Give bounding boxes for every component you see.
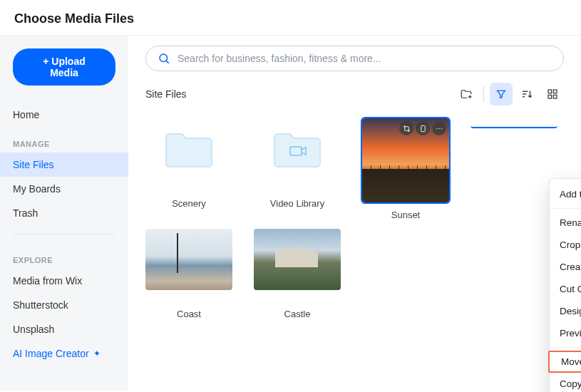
svg-point-0 [160, 54, 168, 62]
menu-separator [550, 347, 581, 348]
add-folder-icon[interactable] [455, 83, 478, 105]
image-placeholder[interactable] [471, 118, 557, 220]
more-icon[interactable]: ⋯ [432, 121, 446, 135]
menu-separator [550, 208, 581, 209]
sidebar: + Upload Media Home MANAGE Site Files My… [0, 36, 128, 391]
menu-copy[interactable]: Copy Ctrl+C [550, 373, 581, 392]
search-input[interactable] [178, 53, 552, 64]
svg-rect-12 [421, 125, 425, 131]
menu-rename[interactable]: Rename [550, 212, 581, 234]
menu-cut-out-background[interactable]: Cut Out Background [550, 278, 581, 300]
crop-icon[interactable] [399, 121, 413, 135]
item-label: Scenery [145, 198, 232, 209]
filter-icon[interactable] [490, 83, 513, 105]
image-coast[interactable]: Coast [145, 229, 232, 319]
sidebar-item-media-from-wix[interactable]: Media from Wix [0, 269, 128, 293]
preview-icon[interactable] [416, 121, 430, 135]
item-label: Coast [145, 309, 232, 319]
svg-rect-7 [548, 90, 552, 93]
sidebar-item-trash[interactable]: Trash [0, 201, 128, 225]
sidebar-item-unsplash[interactable]: Unsplash [0, 317, 128, 341]
media-grid: Scenery Video Library ⋯ Sunset [145, 118, 564, 319]
sidebar-item-shutterstock[interactable]: Shutterstock [0, 293, 128, 317]
image-castle[interactable]: Castle [254, 229, 341, 319]
item-label: Video Library [254, 198, 341, 209]
menu-add-to-board[interactable]: Add to Board › [550, 183, 581, 205]
context-menu: Add to Board › Rename Crop & Edit Create… [549, 178, 581, 392]
svg-line-1 [166, 61, 168, 63]
svg-rect-8 [553, 90, 557, 93]
header: Choose Media Files [0, 0, 581, 36]
upload-media-button[interactable]: + Upload Media [13, 48, 115, 86]
folder-video-library[interactable]: Video Library [254, 118, 341, 220]
sidebar-item-ai-image-creator[interactable]: AI Image Creator ✦ [0, 341, 128, 366]
folder-scenery[interactable]: Scenery [145, 118, 232, 220]
item-label: Sunset [362, 210, 449, 220]
toolbar-separator [483, 86, 484, 102]
menu-preview[interactable]: Preview Space [550, 322, 581, 344]
menu-adobe-express[interactable]: Design with Adobe Express [550, 300, 581, 322]
search-icon [158, 52, 170, 65]
breadcrumb: Site Files [145, 88, 187, 100]
menu-create-video[interactable]: Create a Video [550, 256, 581, 278]
sidebar-section-manage: MANAGE [0, 127, 128, 153]
menu-crop-edit[interactable]: Crop & Edit [550, 234, 581, 256]
page-title: Choose Media Files [14, 11, 567, 26]
grid-view-icon[interactable] [541, 83, 564, 105]
sidebar-section-explore: EXPLORE [0, 243, 128, 269]
search-bar[interactable] [145, 46, 564, 71]
image-sunset[interactable]: ⋯ Sunset [362, 118, 449, 220]
divider [13, 234, 115, 234]
thumb-actions: ⋯ [399, 121, 446, 135]
content-area: Site Files [128, 36, 581, 391]
sort-icon[interactable] [515, 83, 538, 105]
item-label: Castle [254, 309, 341, 319]
toolbar: Site Files [145, 83, 564, 105]
svg-rect-9 [548, 95, 552, 98]
sparkle-icon: ✦ [93, 349, 101, 359]
sidebar-item-label: AI Image Creator [13, 348, 89, 359]
sidebar-item-home[interactable]: Home [0, 103, 128, 127]
sidebar-item-my-boards[interactable]: My Boards [0, 177, 128, 201]
menu-move-to[interactable]: Move to... [548, 351, 581, 373]
sidebar-item-site-files[interactable]: Site Files [0, 153, 128, 177]
svg-rect-10 [553, 95, 557, 98]
